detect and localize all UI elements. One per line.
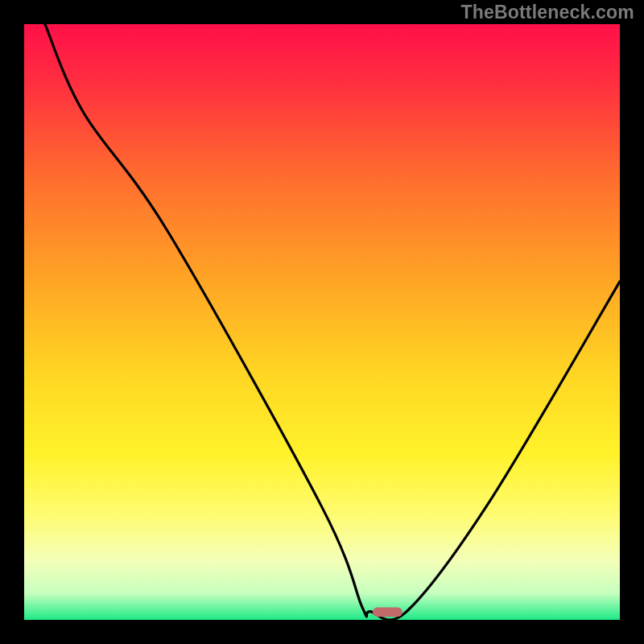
plot-background: [24, 24, 620, 620]
chart-frame: TheBottleneck.com: [0, 0, 644, 644]
optimal-marker: [373, 607, 402, 617]
watermark-text: TheBottleneck.com: [460, 2, 634, 23]
chart-svg: [0, 0, 644, 644]
